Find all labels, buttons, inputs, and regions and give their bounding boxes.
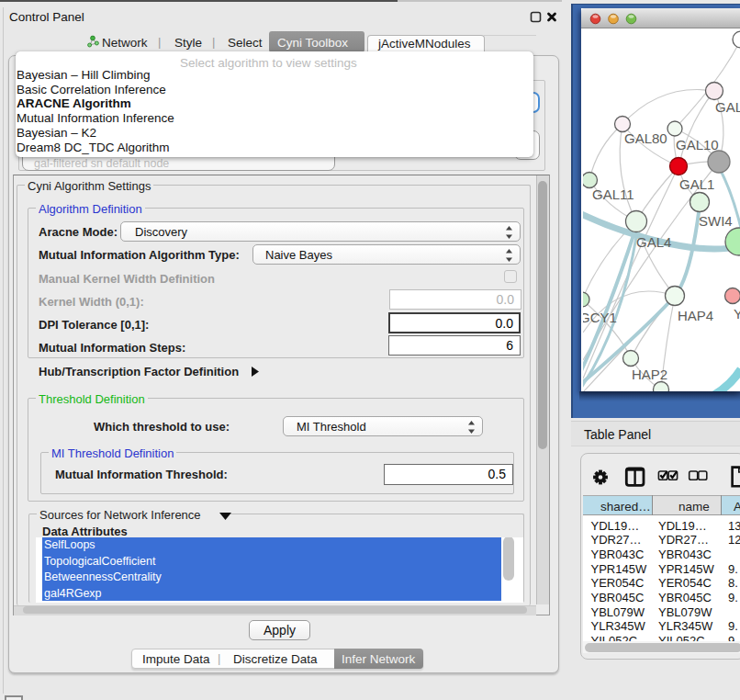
svg-text:GAL4: GAL4 xyxy=(636,234,671,250)
svg-text:GAL10: GAL10 xyxy=(676,137,719,152)
svg-text:SWI4: SWI4 xyxy=(699,213,733,229)
svg-text:GAL: GAL xyxy=(715,99,740,115)
svg-text:GAL11: GAL11 xyxy=(592,186,634,202)
svg-text:HAP4: HAP4 xyxy=(678,308,713,323)
svg-text:Y: Y xyxy=(734,306,740,322)
svg-text:GAL1: GAL1 xyxy=(679,176,714,192)
svg-text:GCY1: GCY1 xyxy=(583,310,617,325)
svg-text:GAL80: GAL80 xyxy=(624,130,667,146)
svg-text:HAP2: HAP2 xyxy=(632,367,667,382)
